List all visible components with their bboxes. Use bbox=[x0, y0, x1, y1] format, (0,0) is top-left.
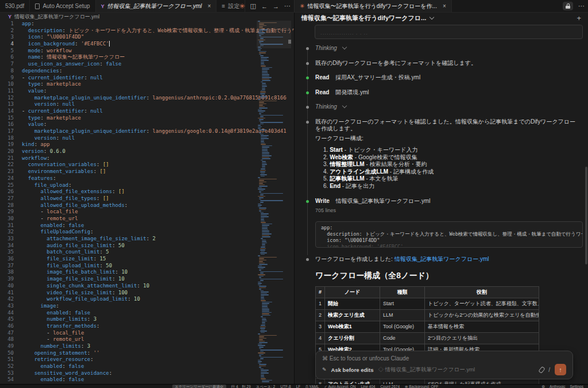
editor-actions: ✳ ◫ ← → ⋯ bbox=[239, 0, 291, 12]
status-item[interactable]: ⊕ Background: OFF bbox=[405, 385, 439, 388]
tool-read-item[interactable]: Read 開発環境.yml bbox=[295, 89, 588, 97]
status-item[interactable]: Count 2674 bbox=[380, 385, 400, 388]
minimap[interactable] bbox=[257, 21, 291, 384]
table-row: 1開始Startトピック、ターゲット読者、記事種類、文字数、追加指示を入力 bbox=[316, 298, 539, 309]
settings-sliders-icon: ≡ bbox=[222, 3, 225, 9]
bullet-icon bbox=[306, 106, 309, 109]
tool-bullet-icon bbox=[306, 200, 309, 203]
status-item[interactable]: {} YAML bbox=[305, 385, 319, 388]
created-file-link[interactable]: 情報収集_記事執筆ワークフロー.yml bbox=[394, 256, 489, 262]
tab-claude-session[interactable]: ✳ 情報収集〜記事執筆を行うdifyワークフローを作... × bbox=[295, 0, 452, 12]
scrolled-code-block: ················ · · ·· bbox=[315, 25, 583, 39]
context-file-chip[interactable]: ◇ 情報収集_記事執筆ワークフロー.yml bbox=[378, 366, 475, 374]
new-chat-button[interactable]: + bbox=[577, 14, 581, 22]
split-editor-icon[interactable]: ◫ bbox=[250, 2, 256, 10]
chat-thread: Thinking 既存のDifyワークフローを参考にフォーマットを確認します。 … bbox=[295, 45, 588, 263]
chevron-down-icon bbox=[342, 45, 346, 49]
tab-group-left: 530.pdf Auto Accept Setup Y 情報収集_記事執筆ワーク… bbox=[0, 0, 294, 12]
vscode-window: 530.pdf Auto Accept Setup Y 情報収集_記事執筆ワーク… bbox=[0, 0, 588, 388]
conversation-title[interactable]: 情報収集〜記事執筆を行うdifyワークフロ... bbox=[301, 14, 426, 22]
workflow-steps-list: 1. Start - トピック・キーワード入力2. Web検索 - Google… bbox=[295, 147, 588, 190]
close-icon[interactable]: × bbox=[443, 3, 446, 9]
line-numbers: 1234567891011121314151617181920212223242… bbox=[0, 21, 17, 384]
bullet-icon bbox=[306, 258, 309, 261]
workflow-table-heading: ワークフロー構成（全8ノード） bbox=[315, 271, 581, 281]
status-item[interactable]: ✓ Auto Accept: ON bbox=[324, 385, 356, 388]
breadcrumb[interactable]: Y 情報収集_記事執筆ワークフロー.yml bbox=[0, 13, 294, 21]
back-icon[interactable]: ← bbox=[261, 3, 268, 10]
yaml-icon: Y bbox=[101, 3, 105, 9]
tab-auto-accept-setup[interactable]: Auto Accept Setup bbox=[30, 0, 95, 12]
line-count: 705 lines bbox=[315, 207, 581, 214]
thinking-item[interactable]: Thinking bbox=[295, 45, 588, 52]
send-button[interactable]: ↑ bbox=[555, 364, 566, 375]
status-item[interactable]: スクリーンリーダーに最適化 bbox=[172, 385, 226, 388]
bullet-icon bbox=[306, 47, 309, 50]
tool-bullet-icon bbox=[306, 76, 309, 79]
more-actions-icon[interactable]: ⋯ bbox=[578, 2, 585, 10]
thinking-item[interactable]: Thinking bbox=[295, 103, 588, 111]
status-item[interactable]: Anthropic bbox=[550, 385, 565, 388]
pencil-icon: ✎ bbox=[322, 367, 327, 372]
completion-message: ワークフローを作成しました: 情報収集_記事執筆ワークフロー.yml bbox=[295, 256, 588, 263]
file-icon bbox=[35, 3, 40, 9]
slash-command-icon[interactable]: / bbox=[548, 367, 550, 373]
forward-icon[interactable]: → bbox=[273, 3, 279, 10]
panel-actions: ⋯ bbox=[563, 0, 585, 12]
status-bar: スクリーンリーダーに最適化行 4、列 29スペース: 2UTF-8LF{} YA… bbox=[0, 384, 588, 388]
focus-hint: ⌘ Esc to focus or unfocus Claude bbox=[322, 355, 566, 362]
tab-530-pdf[interactable]: 530.pdf bbox=[0, 0, 30, 12]
claude-input-box[interactable]: ⌘ Esc to focus or unfocus Claude ✎ Ask b… bbox=[315, 351, 573, 379]
yaml-icon: Y bbox=[8, 14, 11, 20]
close-icon[interactable]: × bbox=[208, 3, 211, 9]
lock-icon[interactable] bbox=[563, 2, 573, 10]
tool-write-item[interactable]: Write 情報収集_記事執筆ワークフロー.yml 705 lines bbox=[295, 198, 588, 214]
code-editor[interactable]: 1234567891011121314151617181920212223242… bbox=[0, 21, 294, 384]
status-left-items: スクリーンリーダーに最適化行 4、列 29スペース: 2UTF-8LF{} YA… bbox=[172, 385, 439, 388]
status-right-items: ⚙AnthropicSettings bbox=[541, 385, 583, 388]
chat-scroll-area[interactable]: ················ · · ·· Thinking 既存のDify… bbox=[295, 23, 588, 384]
status-item[interactable]: ⚙ bbox=[541, 385, 545, 388]
panel-scrollbar[interactable] bbox=[585, 167, 587, 264]
more-actions-icon[interactable]: ⋯ bbox=[284, 2, 291, 10]
claude-icon: ✳ bbox=[300, 3, 304, 9]
tool-bullet-icon bbox=[306, 91, 309, 94]
tab-workflow-yml[interactable]: Y 情報収集_記事執筆ワークフロー.yml × bbox=[96, 0, 217, 12]
claude-panel-header: 情報収集〜記事執筆を行うdifyワークフロ... + bbox=[295, 13, 588, 23]
table-row: 3Web検索1Tool (Google)基本情報を検索 bbox=[316, 321, 539, 332]
tool-read-item[interactable]: Read 採用AX_サマリー生成・投稿.yml bbox=[295, 74, 588, 82]
status-item[interactable]: UTF-8 bbox=[280, 385, 291, 388]
table-row: 2検索クエリ生成LLMトピックから2つの効果的な検索クエリを自動生成 bbox=[316, 309, 539, 321]
attach-file-icon[interactable] bbox=[539, 366, 546, 374]
tab-group-right: ✳ 情報収集〜記事執筆を行うdifyワークフローを作... × ⋯ bbox=[294, 0, 588, 12]
assistant-message: 既存のワークフローのフォーマットを確認しました。情報収集から記事執筆までのDif… bbox=[295, 118, 588, 143]
status-item[interactable]: Settings bbox=[570, 385, 584, 388]
code-content[interactable]: app: description: トピック・キーワードを入力すると、Web検索… bbox=[17, 21, 294, 384]
chevron-down-icon[interactable] bbox=[430, 15, 434, 20]
chevron-down-icon bbox=[342, 103, 346, 108]
bullet-icon bbox=[306, 62, 309, 65]
status-item[interactable]: 行 4、列 29 bbox=[231, 385, 251, 388]
claude-extension-icon[interactable]: ✳ bbox=[239, 2, 245, 10]
bullet-icon bbox=[306, 121, 309, 124]
claude-panel: 情報収集〜記事執筆を行うdifyワークフロ... + ·············… bbox=[294, 13, 588, 384]
status-item[interactable]: LF bbox=[296, 385, 301, 388]
status-item[interactable]: スペース: 2 bbox=[256, 385, 276, 388]
input-toolbar: ✎ Ask before edits ◇ 情報収集_記事執筆ワークフロー.yml… bbox=[322, 364, 566, 375]
written-file-preview: app: description: トピック・キーワードを入力すると、Web検索… bbox=[315, 221, 583, 248]
editor-group: Y 情報収集_記事執筆ワークフロー.yml 123456789101112131… bbox=[0, 13, 294, 384]
editor-tab-bar: 530.pdf Auto Accept Setup Y 情報収集_記事執筆ワーク… bbox=[0, 0, 588, 13]
table-row: 4クエリ分割Code2つ目のクエリを抽出 bbox=[316, 332, 539, 344]
status-item[interactable]: Line 404 bbox=[361, 385, 375, 388]
assistant-message: 既存のDifyワークフローを参考にフォーマットを確認します。 bbox=[295, 60, 588, 67]
permission-mode-button[interactable]: Ask before edits bbox=[331, 367, 374, 373]
